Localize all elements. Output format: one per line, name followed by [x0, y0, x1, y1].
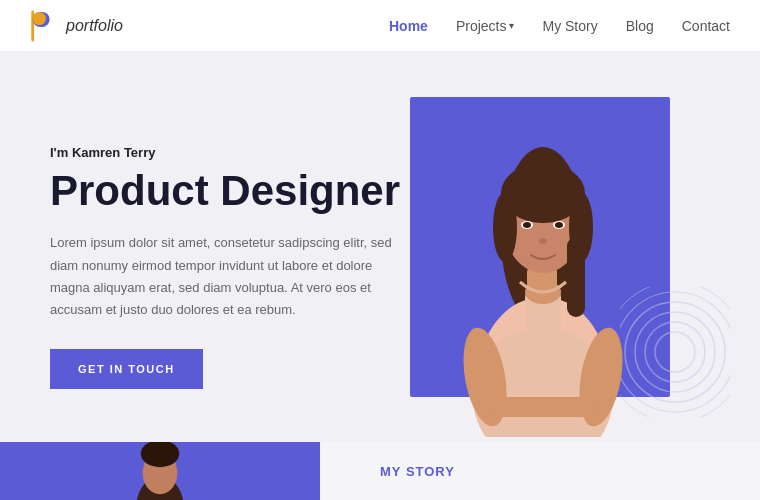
- svg-point-24: [555, 222, 563, 228]
- chevron-down-icon: ▾: [509, 20, 514, 31]
- svg-rect-15: [490, 397, 600, 417]
- hero-person-image: [405, 97, 685, 437]
- hero-title: Product Designer: [50, 168, 410, 214]
- hero-image-area: [410, 97, 710, 437]
- logo-icon: [30, 10, 58, 42]
- nav-link-my-story[interactable]: My Story: [542, 18, 597, 34]
- logo[interactable]: portfolio: [30, 10, 123, 42]
- nav-link-contact[interactable]: Contact: [682, 18, 730, 34]
- hero-intro: I'm Kamren Terry: [50, 145, 410, 160]
- navbar: portfolio Home Projects ▾ My Story Blog …: [0, 0, 760, 52]
- my-story-label: MY STORY: [380, 464, 455, 479]
- svg-point-18: [493, 192, 517, 262]
- svg-rect-1: [33, 11, 46, 24]
- get-in-touch-button[interactable]: GET IN TOUCH: [50, 349, 203, 389]
- nav-link-blog[interactable]: Blog: [626, 18, 654, 34]
- nav-item-contact[interactable]: Contact: [682, 17, 730, 35]
- bottom-person-thumbnail: [0, 442, 320, 500]
- nav-links: Home Projects ▾ My Story Blog Contact: [389, 17, 730, 35]
- svg-point-22: [523, 222, 531, 228]
- nav-link-home[interactable]: Home: [389, 18, 428, 34]
- svg-rect-20: [567, 237, 585, 317]
- hero-description: Lorem ipsum dolor sit amet, consetetur s…: [50, 232, 410, 320]
- nav-item-blog[interactable]: Blog: [626, 17, 654, 35]
- logo-text: portfolio: [66, 17, 123, 35]
- hero-name: Kamren Terry: [72, 145, 156, 160]
- bottom-section: MY STORY: [0, 442, 760, 500]
- bottom-right-area: MY STORY: [320, 442, 760, 500]
- hero-section: I'm Kamren Terry Product Designer Lorem …: [0, 52, 760, 442]
- bottom-left-card: [0, 442, 320, 500]
- nav-item-home[interactable]: Home: [389, 17, 428, 35]
- svg-point-25: [539, 238, 547, 244]
- nav-link-projects[interactable]: Projects ▾: [456, 18, 515, 34]
- hero-content: I'm Kamren Terry Product Designer Lorem …: [50, 145, 410, 389]
- nav-item-my-story[interactable]: My Story: [542, 17, 597, 35]
- nav-item-projects[interactable]: Projects ▾: [456, 18, 515, 34]
